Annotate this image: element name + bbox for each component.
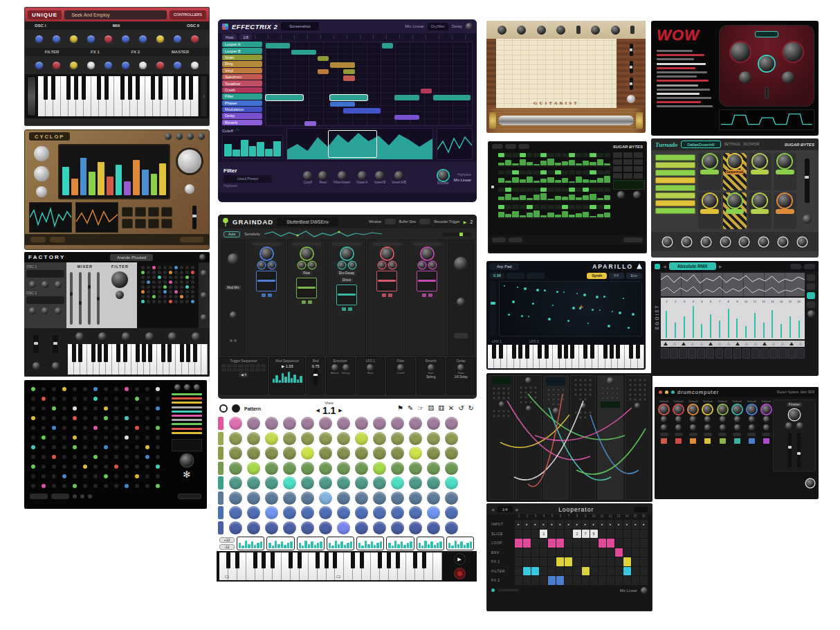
- step-button[interactable]: [661, 348, 669, 359]
- knob[interactable]: [70, 62, 77, 69]
- cyclop-left-knob[interactable]: [36, 186, 47, 197]
- sequence-dot[interactable]: [536, 289, 539, 291]
- pad[interactable]: [749, 438, 755, 444]
- slice-editor[interactable]: 12345678910111213141516: [661, 298, 805, 339]
- pad-button[interactable]: [623, 159, 632, 165]
- effect-slot-label[interactable]: [655, 200, 695, 206]
- grid-dot[interactable]: [62, 455, 66, 459]
- grid-dot[interactable]: [174, 300, 178, 303]
- pitch-wheel[interactable]: [33, 335, 39, 353]
- sequence-dot[interactable]: [603, 296, 605, 298]
- piano-black-key[interactable]: [564, 345, 568, 359]
- knob[interactable]: [704, 424, 711, 431]
- buffer-select[interactable]: [419, 219, 430, 224]
- grid-dot[interactable]: [52, 435, 56, 440]
- step-cell[interactable]: [283, 506, 296, 519]
- row-tag[interactable]: [218, 462, 223, 475]
- step-cell[interactable]: [597, 188, 603, 192]
- jack[interactable]: [502, 387, 505, 390]
- window-select[interactable]: [385, 219, 396, 224]
- knob[interactable]: [690, 416, 696, 422]
- assign-dot[interactable]: [234, 339, 237, 342]
- loop-cell[interactable]: [623, 576, 631, 585]
- knob[interactable]: [397, 364, 404, 371]
- param-display[interactable]: [506, 273, 524, 279]
- grid-dot[interactable]: [42, 445, 46, 449]
- sequence-block[interactable]: [343, 75, 355, 80]
- step-cell[interactable]: [583, 188, 589, 192]
- grid-dot[interactable]: [42, 474, 46, 478]
- sequence-dot[interactable]: [623, 298, 624, 299]
- arp-knob[interactable]: [122, 332, 130, 341]
- grid-dot[interactable]: [93, 484, 98, 488]
- pad-button[interactable]: [634, 173, 643, 179]
- step-cell[interactable]: [409, 462, 422, 475]
- step-cell[interactable]: [555, 205, 561, 209]
- step-cell[interactable]: [533, 170, 540, 174]
- grid-dot[interactable]: [145, 474, 149, 478]
- jack[interactable]: [579, 398, 582, 401]
- step-cell[interactable]: [527, 170, 533, 174]
- pad[interactable]: [763, 438, 769, 444]
- step-cell[interactable]: [498, 188, 504, 192]
- pad-button[interactable]: [613, 166, 622, 172]
- jack[interactable]: [584, 388, 587, 391]
- sequence-dot[interactable]: [572, 307, 575, 309]
- knob[interactable]: [139, 35, 147, 43]
- footer-button[interactable]: [51, 494, 69, 499]
- grid-dot[interactable]: [158, 266, 161, 269]
- sequence-dot[interactable]: [528, 316, 529, 317]
- side-button[interactable]: [807, 301, 815, 308]
- master-fader[interactable]: [491, 162, 495, 224]
- effect-row-label[interactable]: Crush: [222, 87, 262, 93]
- loop-cell[interactable]: [515, 567, 522, 576]
- track-label-bar[interactable]: [172, 397, 202, 399]
- jack[interactable]: [634, 398, 637, 401]
- step-cell[interactable]: [590, 153, 596, 157]
- grid-dot[interactable]: [93, 465, 98, 469]
- grid-dot[interactable]: [83, 474, 87, 478]
- grid-dot[interactable]: [62, 406, 66, 411]
- step-cell[interactable]: [409, 447, 422, 460]
- loop-cell[interactable]: [515, 548, 522, 557]
- slice-marker[interactable]: 15: [786, 299, 795, 338]
- piano-black-key[interactable]: [104, 76, 109, 100]
- step-module[interactable]: [386, 537, 414, 550]
- pad[interactable]: [720, 438, 726, 444]
- loop-cell[interactable]: [599, 557, 606, 566]
- grid-dot[interactable]: [185, 285, 189, 289]
- loop-cell[interactable]: [515, 576, 522, 585]
- grid-dot[interactable]: [185, 295, 189, 298]
- step-cell[interactable]: [569, 188, 575, 192]
- grid-dot[interactable]: [156, 387, 160, 391]
- loop-cell[interactable]: [548, 530, 556, 539]
- big-knob[interactable]: [181, 454, 193, 467]
- jack[interactable]: [574, 384, 577, 386]
- step-cell[interactable]: [337, 476, 350, 489]
- sequence-dot[interactable]: [548, 318, 551, 321]
- fx-slot[interactable]: Sequenced: [723, 153, 746, 190]
- knob[interactable]: [87, 62, 95, 69]
- jack[interactable]: [634, 384, 637, 386]
- grid-dot[interactable]: [180, 271, 183, 274]
- loop-brace[interactable]: [328, 130, 377, 158]
- grid-dot[interactable]: [93, 397, 98, 401]
- step-cell[interactable]: [547, 188, 554, 192]
- loop-cell[interactable]: [531, 557, 539, 566]
- grid-dot[interactable]: [145, 397, 149, 401]
- piano-black-key[interactable]: [161, 344, 165, 362]
- step-cell[interactable]: [247, 521, 260, 534]
- grid-dot[interactable]: [135, 397, 139, 401]
- sequence-dot[interactable]: [576, 293, 578, 294]
- knob[interactable]: [720, 424, 726, 431]
- grid-dot[interactable]: [185, 280, 189, 284]
- grid-dot[interactable]: [156, 397, 160, 401]
- piano-black-key[interactable]: [104, 344, 108, 362]
- sequence-block[interactable]: [394, 95, 419, 100]
- loop-cell[interactable]: [540, 557, 547, 566]
- step-cell[interactable]: [283, 476, 296, 489]
- loop-cell[interactable]: [556, 530, 564, 539]
- transport-dot[interactable]: [88, 494, 92, 498]
- sequence-block[interactable]: [382, 43, 394, 48]
- grid-dot[interactable]: [114, 465, 118, 469]
